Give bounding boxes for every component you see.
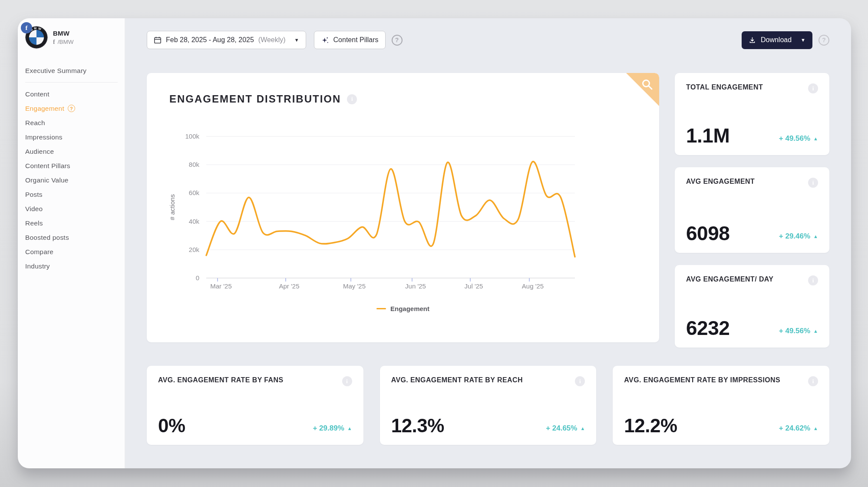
kpi-card: AVG. ENGAGEMENT RATE BY FANS i 0% + 29.8… bbox=[147, 366, 363, 445]
kpi-title: AVG. ENGAGEMENT RATE BY IMPRESSIONS bbox=[624, 376, 780, 384]
sidebar-item-content[interactable]: Content bbox=[25, 87, 125, 101]
kpi-card: AVG. ENGAGEMENT RATE BY IMPRESSIONS i 12… bbox=[613, 366, 829, 445]
up-arrow-icon: ▲ bbox=[813, 329, 818, 334]
download-icon bbox=[749, 36, 756, 44]
engagement-line-chart: 020k40k60k80k100k# actionsMar '25Apr '25… bbox=[160, 116, 646, 292]
kpi-delta: + 24.62%▲ bbox=[779, 424, 818, 435]
magnifier-icon bbox=[641, 78, 654, 91]
download-button[interactable]: Download ▼ bbox=[742, 31, 812, 49]
brand-name: BMW bbox=[53, 30, 73, 37]
topbar: Feb 28, 2025 - Aug 28, 2025 (Weekly) ▼ C… bbox=[147, 31, 829, 49]
svg-text:Apr '25: Apr '25 bbox=[279, 282, 299, 290]
info-icon[interactable]: i bbox=[808, 376, 818, 386]
svg-text:40k: 40k bbox=[189, 218, 200, 225]
kpi-value: 6098 bbox=[686, 223, 729, 243]
sidebar-item-reels[interactable]: Reels bbox=[25, 216, 125, 230]
svg-text:60k: 60k bbox=[189, 189, 200, 196]
kpi-card: TOTAL ENGAGEMENT i 1.1M + 49.56%▲ bbox=[675, 73, 829, 155]
facebook-badge-icon: f bbox=[21, 22, 32, 33]
info-icon[interactable]: i bbox=[347, 94, 357, 104]
help-icon[interactable]: ? bbox=[68, 105, 75, 112]
rate-cards-row: AVG. ENGAGEMENT RATE BY FANS i 0% + 29.8… bbox=[147, 366, 829, 445]
help-icon[interactable]: ? bbox=[818, 35, 829, 46]
svg-text:Aug '25: Aug '25 bbox=[522, 282, 544, 290]
kpi-title: TOTAL ENGAGEMENT bbox=[686, 83, 763, 91]
svg-text:20k: 20k bbox=[189, 246, 200, 253]
legend-label: Engagement bbox=[390, 305, 429, 312]
svg-text:Mar '25: Mar '25 bbox=[210, 282, 232, 290]
info-icon[interactable]: i bbox=[342, 376, 352, 386]
kpi-delta: + 24.65%▲ bbox=[546, 424, 585, 435]
kpi-value: 6232 bbox=[686, 318, 729, 338]
brand-handle: f /BMW bbox=[53, 39, 73, 46]
date-range-label: Feb 28, 2025 - Aug 28, 2025 bbox=[166, 36, 254, 44]
svg-text:Jun '25: Jun '25 bbox=[405, 282, 426, 290]
avatar: BMW f bbox=[25, 26, 48, 49]
kpi-card: AVG ENGAGEMENT/ DAY i 6232 + 49.56%▲ bbox=[675, 265, 829, 348]
kpi-title: AVG. ENGAGEMENT RATE BY REACH bbox=[391, 376, 523, 384]
chevron-down-icon: ▼ bbox=[801, 37, 805, 43]
info-icon[interactable]: i bbox=[808, 83, 818, 93]
sidebar-item-audience[interactable]: Audience bbox=[25, 144, 125, 159]
engagement-distribution-card: ENGAGEMENT DISTRIBUTION i 020k40k60k80k1… bbox=[147, 73, 659, 342]
svg-text:100k: 100k bbox=[185, 133, 199, 140]
svg-text:May '25: May '25 bbox=[343, 282, 366, 290]
sidebar-item-organic-value[interactable]: Organic Value bbox=[25, 173, 125, 187]
kpi-delta: + 29.46%▲ bbox=[779, 232, 818, 243]
sidebar-menu: Executive Summary Content Engagement ? R… bbox=[25, 63, 125, 273]
kpi-delta: + 29.89%▲ bbox=[313, 424, 352, 435]
kpi-card: AVG. ENGAGEMENT RATE BY REACH i 12.3% + … bbox=[380, 366, 597, 445]
sidebar-item-engagement[interactable]: Engagement ? bbox=[25, 101, 125, 116]
up-arrow-icon: ▲ bbox=[813, 136, 818, 141]
legend-line-swatch bbox=[376, 308, 386, 309]
help-icon[interactable]: ? bbox=[392, 35, 403, 46]
chevron-down-icon: ▼ bbox=[294, 37, 299, 43]
info-icon[interactable]: i bbox=[808, 275, 818, 285]
brand-header: BMW f BMW f /BMW bbox=[25, 26, 125, 49]
sidebar-item-executive-summary[interactable]: Executive Summary bbox=[25, 63, 125, 78]
app-window: BMW f BMW f /BMW Executive Summary Conte… bbox=[18, 18, 851, 468]
up-arrow-icon: ▲ bbox=[347, 426, 352, 431]
kpi-card: AVG ENGAGEMENT i 6098 + 29.46%▲ bbox=[675, 167, 829, 253]
calendar-icon bbox=[154, 36, 162, 44]
svg-text:0: 0 bbox=[196, 274, 199, 282]
sidebar-item-industry[interactable]: Industry bbox=[25, 259, 125, 273]
date-range-picker[interactable]: Feb 28, 2025 - Aug 28, 2025 (Weekly) ▼ bbox=[147, 31, 306, 49]
kpi-value: 0% bbox=[158, 416, 185, 435]
facebook-icon: f bbox=[53, 39, 55, 46]
sidebar-item-boosted-posts[interactable]: Boosted posts bbox=[25, 230, 125, 245]
kpi-column: TOTAL ENGAGEMENT i 1.1M + 49.56%▲ AVG EN… bbox=[675, 73, 829, 348]
sidebar-item-impressions[interactable]: Impressions bbox=[25, 130, 125, 144]
content-pillars-button[interactable]: Content Pillars bbox=[314, 31, 386, 49]
chart-legend[interactable]: Engagement bbox=[160, 305, 646, 312]
kpi-value: 12.3% bbox=[391, 416, 444, 435]
sparkles-icon bbox=[321, 36, 329, 44]
kpi-title: AVG ENGAGEMENT/ DAY bbox=[686, 275, 773, 283]
info-icon[interactable]: i bbox=[808, 178, 818, 188]
sidebar-divider bbox=[25, 82, 118, 83]
kpi-title: AVG ENGAGEMENT bbox=[686, 178, 755, 186]
info-icon[interactable]: i bbox=[575, 376, 585, 386]
sidebar-item-video[interactable]: Video bbox=[25, 202, 125, 216]
svg-text:80k: 80k bbox=[189, 161, 200, 168]
sidebar-item-compare[interactable]: Compare bbox=[25, 245, 125, 259]
svg-text:# actions: # actions bbox=[168, 194, 176, 220]
chart-title: ENGAGEMENT DISTRIBUTION bbox=[169, 93, 341, 105]
granularity-label: (Weekly) bbox=[258, 36, 286, 44]
sidebar: BMW f BMW f /BMW Executive Summary Conte… bbox=[18, 18, 125, 468]
kpi-delta: + 49.56%▲ bbox=[779, 134, 818, 146]
kpi-title: AVG. ENGAGEMENT RATE BY FANS bbox=[158, 376, 284, 384]
kpi-value: 12.2% bbox=[624, 416, 677, 435]
svg-text:Jul '25: Jul '25 bbox=[465, 282, 483, 290]
up-arrow-icon: ▲ bbox=[813, 234, 818, 239]
up-arrow-icon: ▲ bbox=[813, 426, 818, 431]
content-area: Feb 28, 2025 - Aug 28, 2025 (Weekly) ▼ C… bbox=[125, 18, 851, 468]
kpi-value: 1.1M bbox=[686, 126, 729, 146]
kpi-delta: + 49.56%▲ bbox=[779, 327, 818, 338]
sidebar-item-posts[interactable]: Posts bbox=[25, 187, 125, 202]
up-arrow-icon: ▲ bbox=[580, 426, 585, 431]
sidebar-item-reach[interactable]: Reach bbox=[25, 116, 125, 130]
sidebar-item-content-pillars[interactable]: Content Pillars bbox=[25, 159, 125, 173]
